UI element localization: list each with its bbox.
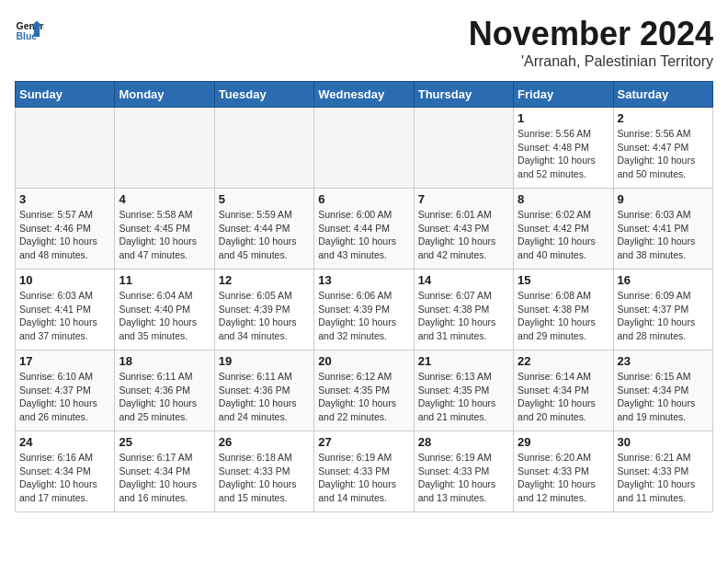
weekday-header: Friday xyxy=(514,82,613,108)
day-number: 12 xyxy=(219,273,310,287)
calendar-header-row: SundayMondayTuesdayWednesdayThursdayFrid… xyxy=(16,82,713,108)
calendar-week-row: 17Sunrise: 6:10 AM Sunset: 4:37 PM Dayli… xyxy=(16,350,713,431)
calendar-cell: 11Sunrise: 6:04 AM Sunset: 4:40 PM Dayli… xyxy=(115,270,214,350)
calendar-cell: 19Sunrise: 6:11 AM Sunset: 4:36 PM Dayli… xyxy=(214,350,313,431)
calendar-cell: 29Sunrise: 6:20 AM Sunset: 4:33 PM Dayli… xyxy=(514,431,613,512)
calendar-week-row: 3Sunrise: 5:57 AM Sunset: 4:46 PM Daylig… xyxy=(16,189,713,270)
day-number: 1 xyxy=(518,111,609,125)
title-block: November 2024 'Arranah, Palestinian Terr… xyxy=(469,15,713,70)
day-info: Sunrise: 6:13 AM Sunset: 4:35 PM Dayligh… xyxy=(418,370,509,424)
day-info: Sunrise: 6:00 AM Sunset: 4:44 PM Dayligh… xyxy=(318,208,409,262)
calendar-cell: 9Sunrise: 6:03 AM Sunset: 4:41 PM Daylig… xyxy=(613,189,712,270)
logo-icon: General Blue xyxy=(15,15,44,44)
calendar-cell: 23Sunrise: 6:15 AM Sunset: 4:34 PM Dayli… xyxy=(613,350,712,431)
calendar-week-row: 1Sunrise: 5:56 AM Sunset: 4:48 PM Daylig… xyxy=(16,108,713,189)
calendar-cell: 15Sunrise: 6:08 AM Sunset: 4:38 PM Dayli… xyxy=(514,270,613,350)
calendar-cell: 4Sunrise: 5:58 AM Sunset: 4:45 PM Daylig… xyxy=(115,189,214,270)
day-info: Sunrise: 6:21 AM Sunset: 4:33 PM Dayligh… xyxy=(618,451,709,505)
day-number: 5 xyxy=(219,192,310,206)
calendar-cell xyxy=(115,108,214,189)
day-number: 11 xyxy=(119,273,210,287)
calendar-cell: 10Sunrise: 6:03 AM Sunset: 4:41 PM Dayli… xyxy=(16,270,115,350)
calendar-cell: 20Sunrise: 6:12 AM Sunset: 4:35 PM Dayli… xyxy=(314,350,414,431)
calendar-cell: 26Sunrise: 6:18 AM Sunset: 4:33 PM Dayli… xyxy=(214,431,313,512)
day-info: Sunrise: 5:59 AM Sunset: 4:44 PM Dayligh… xyxy=(219,208,310,262)
day-info: Sunrise: 6:03 AM Sunset: 4:41 PM Dayligh… xyxy=(19,289,110,343)
day-info: Sunrise: 6:17 AM Sunset: 4:34 PM Dayligh… xyxy=(119,451,210,505)
day-number: 9 xyxy=(618,192,709,206)
calendar-cell: 5Sunrise: 5:59 AM Sunset: 4:44 PM Daylig… xyxy=(214,189,313,270)
day-info: Sunrise: 6:02 AM Sunset: 4:42 PM Dayligh… xyxy=(518,208,609,262)
calendar-cell: 18Sunrise: 6:11 AM Sunset: 4:36 PM Dayli… xyxy=(115,350,214,431)
day-number: 27 xyxy=(318,435,409,449)
calendar-cell: 22Sunrise: 6:14 AM Sunset: 4:34 PM Dayli… xyxy=(514,350,613,431)
calendar-cell: 14Sunrise: 6:07 AM Sunset: 4:38 PM Dayli… xyxy=(414,270,513,350)
calendar-week-row: 24Sunrise: 6:16 AM Sunset: 4:34 PM Dayli… xyxy=(16,431,713,512)
day-info: Sunrise: 6:12 AM Sunset: 4:35 PM Dayligh… xyxy=(318,370,409,424)
calendar-cell: 3Sunrise: 5:57 AM Sunset: 4:46 PM Daylig… xyxy=(16,189,115,270)
day-info: Sunrise: 6:04 AM Sunset: 4:40 PM Dayligh… xyxy=(119,289,210,343)
weekday-header: Thursday xyxy=(414,82,513,108)
calendar-cell: 12Sunrise: 6:05 AM Sunset: 4:39 PM Dayli… xyxy=(214,270,313,350)
weekday-header: Monday xyxy=(115,82,214,108)
day-number: 29 xyxy=(518,435,609,449)
day-number: 7 xyxy=(418,192,509,206)
day-number: 10 xyxy=(19,273,110,287)
calendar-cell xyxy=(414,108,513,189)
calendar-cell: 13Sunrise: 6:06 AM Sunset: 4:39 PM Dayli… xyxy=(314,270,414,350)
day-info: Sunrise: 6:11 AM Sunset: 4:36 PM Dayligh… xyxy=(219,370,310,424)
calendar-cell xyxy=(214,108,313,189)
calendar-cell xyxy=(16,108,115,189)
calendar-cell: 25Sunrise: 6:17 AM Sunset: 4:34 PM Dayli… xyxy=(115,431,214,512)
calendar-cell: 1Sunrise: 5:56 AM Sunset: 4:48 PM Daylig… xyxy=(514,108,613,189)
day-info: Sunrise: 6:14 AM Sunset: 4:34 PM Dayligh… xyxy=(518,370,609,424)
day-info: Sunrise: 5:56 AM Sunset: 4:47 PM Dayligh… xyxy=(618,127,709,181)
day-number: 15 xyxy=(518,273,609,287)
day-number: 21 xyxy=(418,354,509,368)
calendar-cell: 8Sunrise: 6:02 AM Sunset: 4:42 PM Daylig… xyxy=(514,189,613,270)
day-number: 18 xyxy=(119,354,210,368)
day-info: Sunrise: 6:10 AM Sunset: 4:37 PM Dayligh… xyxy=(19,370,110,424)
day-number: 26 xyxy=(219,435,310,449)
day-info: Sunrise: 5:56 AM Sunset: 4:48 PM Dayligh… xyxy=(518,127,609,181)
day-number: 3 xyxy=(19,192,110,206)
weekday-header: Saturday xyxy=(613,82,712,108)
day-info: Sunrise: 6:16 AM Sunset: 4:34 PM Dayligh… xyxy=(19,451,110,505)
day-number: 13 xyxy=(318,273,409,287)
page-header: General Blue November 2024 'Arranah, Pal… xyxy=(15,15,713,70)
day-info: Sunrise: 6:18 AM Sunset: 4:33 PM Dayligh… xyxy=(219,451,310,505)
day-number: 19 xyxy=(219,354,310,368)
calendar-cell: 17Sunrise: 6:10 AM Sunset: 4:37 PM Dayli… xyxy=(16,350,115,431)
day-number: 23 xyxy=(618,354,709,368)
calendar-cell: 6Sunrise: 6:00 AM Sunset: 4:44 PM Daylig… xyxy=(314,189,414,270)
day-number: 24 xyxy=(19,435,110,449)
day-info: Sunrise: 6:01 AM Sunset: 4:43 PM Dayligh… xyxy=(418,208,509,262)
calendar-cell: 27Sunrise: 6:19 AM Sunset: 4:33 PM Dayli… xyxy=(314,431,414,512)
calendar-cell: 21Sunrise: 6:13 AM Sunset: 4:35 PM Dayli… xyxy=(414,350,513,431)
calendar-cell: 28Sunrise: 6:19 AM Sunset: 4:33 PM Dayli… xyxy=(414,431,513,512)
weekday-header: Tuesday xyxy=(214,82,313,108)
calendar-cell: 30Sunrise: 6:21 AM Sunset: 4:33 PM Dayli… xyxy=(613,431,712,512)
calendar-table: SundayMondayTuesdayWednesdayThursdayFrid… xyxy=(15,81,713,512)
day-number: 8 xyxy=(518,192,609,206)
day-info: Sunrise: 5:58 AM Sunset: 4:45 PM Dayligh… xyxy=(119,208,210,262)
day-number: 2 xyxy=(618,111,709,125)
day-number: 30 xyxy=(618,435,709,449)
day-info: Sunrise: 6:03 AM Sunset: 4:41 PM Dayligh… xyxy=(618,208,709,262)
day-info: Sunrise: 6:08 AM Sunset: 4:38 PM Dayligh… xyxy=(518,289,609,343)
day-info: Sunrise: 6:09 AM Sunset: 4:37 PM Dayligh… xyxy=(618,289,709,343)
day-number: 25 xyxy=(119,435,210,449)
calendar-week-row: 10Sunrise: 6:03 AM Sunset: 4:41 PM Dayli… xyxy=(16,270,713,350)
logo: General Blue xyxy=(15,15,44,44)
day-number: 28 xyxy=(418,435,509,449)
day-info: Sunrise: 6:19 AM Sunset: 4:33 PM Dayligh… xyxy=(418,451,509,505)
day-number: 20 xyxy=(318,354,409,368)
day-number: 4 xyxy=(119,192,210,206)
calendar-cell: 16Sunrise: 6:09 AM Sunset: 4:37 PM Dayli… xyxy=(613,270,712,350)
day-info: Sunrise: 6:06 AM Sunset: 4:39 PM Dayligh… xyxy=(318,289,409,343)
day-info: Sunrise: 6:07 AM Sunset: 4:38 PM Dayligh… xyxy=(418,289,509,343)
weekday-header: Sunday xyxy=(16,82,115,108)
day-info: Sunrise: 6:05 AM Sunset: 4:39 PM Dayligh… xyxy=(219,289,310,343)
day-info: Sunrise: 6:19 AM Sunset: 4:33 PM Dayligh… xyxy=(318,451,409,505)
weekday-header: Wednesday xyxy=(314,82,414,108)
